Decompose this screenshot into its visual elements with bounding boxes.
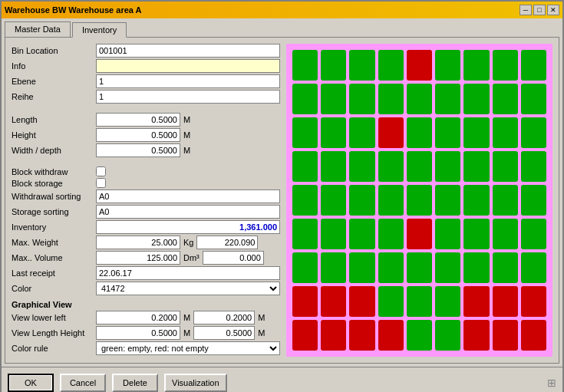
height-input[interactable] [96,128,180,142]
bin-cell[interactable] [321,252,346,283]
bin-cell[interactable] [463,185,489,216]
bin-cell[interactable] [407,320,432,351]
storage-sorting-input[interactable] [96,205,280,219]
last-receipt-input[interactable] [96,266,280,280]
bin-cell[interactable] [435,50,460,81]
maximize-button[interactable]: □ [533,5,546,15]
bin-cell[interactable] [349,320,374,351]
bin-cell[interactable] [321,185,346,216]
visualization-button[interactable]: Visualization [164,374,227,392]
tab-inventory[interactable]: Inventory [72,22,127,38]
bin-cell[interactable] [521,320,546,351]
bin-cell[interactable] [321,84,346,114]
withdrawal-sorting-input[interactable] [96,189,280,203]
close-button[interactable]: ✕ [547,5,559,15]
bin-cell[interactable] [435,117,460,148]
bin-cell[interactable] [378,320,404,351]
bin-cell[interactable] [407,252,432,283]
bin-cell[interactable] [463,84,489,114]
bin-cell[interactable] [292,50,318,81]
bin-cell[interactable] [493,185,518,216]
bin-cell[interactable] [493,219,518,249]
bin-cell[interactable] [292,219,318,249]
cancel-button[interactable]: Cancel [60,374,106,392]
bin-cell[interactable] [349,84,374,114]
ebene-input[interactable] [96,74,280,88]
ok-button[interactable]: OK [8,374,54,392]
max-volume-input[interactable] [96,251,180,265]
bin-cell[interactable] [321,117,346,148]
bin-cell[interactable] [435,151,460,182]
bin-cell[interactable] [463,320,489,351]
bin-location-input[interactable] [96,44,280,58]
bin-cell[interactable] [435,84,460,114]
bin-cell[interactable] [521,50,546,81]
bin-cell[interactable] [349,219,374,249]
bin-cell[interactable] [378,219,404,249]
bin-cell[interactable] [378,50,404,81]
bin-cell[interactable] [435,320,460,351]
bin-cell[interactable] [292,252,318,283]
bin-cell[interactable] [521,252,546,283]
bin-cell[interactable] [349,286,374,317]
bin-cell[interactable] [463,219,489,249]
bin-cell[interactable] [521,219,546,249]
delete-button[interactable]: Delete [112,374,158,392]
bin-cell[interactable] [349,252,374,283]
view-lower-left-right-input[interactable] [193,311,255,324]
bin-cell[interactable] [407,286,432,317]
bin-cell[interactable] [463,50,489,81]
bin-cell[interactable] [407,50,432,81]
view-lower-left-input[interactable] [96,311,180,324]
max-weight-right-input[interactable] [196,236,258,249]
bin-cell[interactable] [292,286,318,317]
bin-cell[interactable] [521,117,546,148]
bin-cell[interactable] [349,185,374,216]
bin-cell[interactable] [521,286,546,317]
bin-cell[interactable] [321,50,346,81]
bin-cell[interactable] [321,286,346,317]
bin-cell[interactable] [521,151,546,182]
bin-cell[interactable] [321,151,346,182]
bin-cell[interactable] [435,252,460,283]
length-input[interactable] [96,113,180,127]
bin-cell[interactable] [493,320,518,351]
bin-cell[interactable] [292,84,318,114]
bin-cell[interactable] [493,252,518,283]
minimize-button[interactable]: ─ [519,5,532,15]
reihe-input[interactable] [96,90,280,104]
bin-cell[interactable] [378,84,404,114]
bin-cell[interactable] [435,185,460,216]
inventory-input[interactable] [96,220,280,234]
bin-cell[interactable] [435,286,460,317]
bin-cell[interactable] [493,50,518,81]
bin-cell[interactable] [407,219,432,249]
bin-cell[interactable] [292,320,318,351]
color-select[interactable]: 41472 [96,282,280,295]
bin-cell[interactable] [493,84,518,114]
bin-cell[interactable] [521,84,546,114]
bin-cell[interactable] [321,219,346,249]
bin-cell[interactable] [463,252,489,283]
max-weight-input[interactable] [96,236,180,249]
bin-cell[interactable] [349,50,374,81]
bin-cell[interactable] [493,151,518,182]
bin-cell[interactable] [321,320,346,351]
bin-cell[interactable] [378,185,404,216]
bin-cell[interactable] [463,117,489,148]
bin-cell[interactable] [349,151,374,182]
max-volume-right-input[interactable] [203,251,264,265]
info-input[interactable] [96,59,280,73]
bin-cell[interactable] [378,286,404,317]
bin-cell[interactable] [493,117,518,148]
tab-master-data[interactable]: Master Data [5,21,71,37]
view-length-height-input[interactable] [96,326,180,340]
bin-cell[interactable] [292,117,318,148]
block-withdraw-checkbox[interactable] [96,166,106,176]
bin-cell[interactable] [407,185,432,216]
bin-cell[interactable] [463,286,489,317]
color-rule-select[interactable]: green: empty, red: not empty [96,341,280,355]
bin-cell[interactable] [521,185,546,216]
bin-cell[interactable] [463,151,489,182]
bin-cell[interactable] [349,117,374,148]
